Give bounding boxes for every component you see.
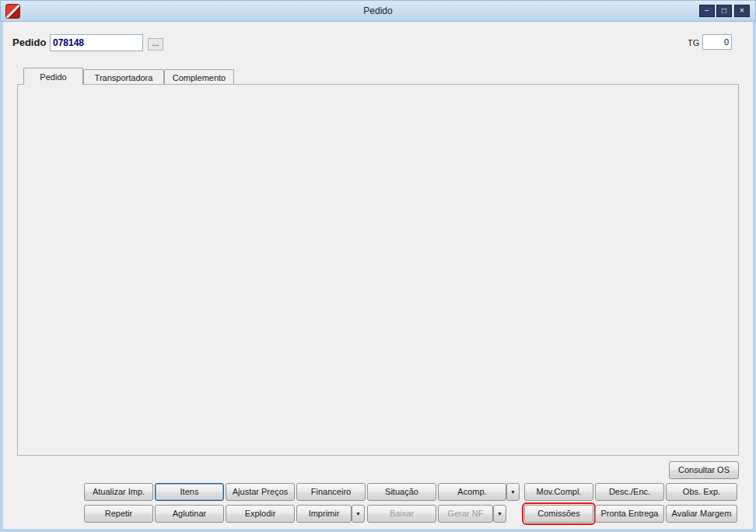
acomp-button[interactable]: Acomp. [438,483,506,501]
tg-input[interactable] [702,34,732,50]
tg-label: TG [688,35,699,51]
minimize-button[interactable]: − [699,5,715,17]
chevron-down-icon: ▼ [497,511,502,516]
pedido-window: Pedido − □ × Pedido ... TG Pedido Transp… [0,0,756,532]
tab-page-pedido [17,84,739,456]
pedido-lookup-button[interactable]: ... [148,38,163,51]
close-icon: × [740,6,744,15]
acomp-dropdown-button[interactable]: ▼ [506,483,520,501]
imprimir-button[interactable]: Imprimir [296,505,352,523]
obs-exp-button[interactable]: Obs. Exp. [666,483,737,501]
maximize-icon: □ [722,6,726,15]
atualizar-imp-button[interactable]: Atualizar Imp. [84,483,153,501]
situacao-button[interactable]: Situação [367,483,436,501]
avaliar-margem-button[interactable]: Avaliar Margem [666,505,737,523]
tab-complemento[interactable]: Complemento [164,69,234,85]
window-frame-bottom [0,529,756,532]
desc-enc-button[interactable]: Desc./Enc. [595,483,664,501]
baixar-button: Baixar [367,505,436,523]
chevron-down-icon: ▼ [355,511,361,516]
title-bar: Pedido − □ × [0,0,756,22]
ajustar-precos-button[interactable]: Ajustar Preços [226,483,295,501]
close-button[interactable]: × [734,5,750,17]
gerar-nf-button: Gerar NF [438,505,493,523]
repetir-button[interactable]: Repetir [84,505,153,523]
window-frame-right [753,22,756,532]
financeiro-button[interactable]: Financeiro [296,483,366,501]
window-title: Pedido [0,5,756,16]
maximize-button[interactable]: □ [716,5,732,17]
explodir-button[interactable]: Explodir [226,505,295,523]
comissoes-button[interactable]: Comissões [524,505,593,523]
imprimir-dropdown-button[interactable]: ▼ [352,505,365,523]
pedido-number-input[interactable] [50,34,143,51]
tab-pedido[interactable]: Pedido [23,68,83,85]
chevron-down-icon: ▼ [510,489,516,495]
minimize-icon: − [705,6,709,15]
itens-button[interactable]: Itens [155,483,224,501]
consultar-os-button[interactable]: Consultar OS [669,461,739,479]
pronta-entrega-button[interactable]: Pronta Entrega [595,505,664,523]
mov-compl-button[interactable]: Mov.Compl. [524,483,593,501]
tab-transportadora[interactable]: Transportadora [83,69,164,85]
pedido-header-label: Pedido [12,34,46,51]
aglutinar-button[interactable]: Aglutinar [155,505,224,523]
gerar-nf-dropdown-button[interactable]: ▼ [493,505,506,523]
window-frame-left [0,22,3,532]
